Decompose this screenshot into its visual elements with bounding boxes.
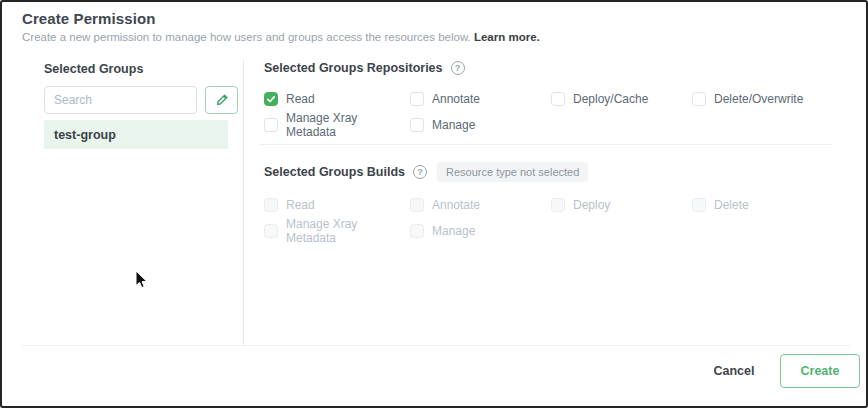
checkbox-icon xyxy=(264,198,278,212)
learn-more-link[interactable]: Learn more. xyxy=(474,31,540,43)
repositories-section-title: Selected Groups Repositories xyxy=(264,61,443,75)
permission-label: Manage xyxy=(432,118,475,132)
pencil-icon xyxy=(215,93,229,107)
selected-groups-list: test-group xyxy=(44,120,228,149)
edit-groups-button[interactable] xyxy=(205,86,238,114)
permission-option: Annotate xyxy=(410,198,551,212)
builds-section-title: Selected Groups Builds xyxy=(264,165,405,179)
permission-label: Annotate xyxy=(432,198,480,212)
checkbox-icon[interactable] xyxy=(551,92,565,106)
permission-label: Manage xyxy=(432,224,475,238)
checkbox-icon xyxy=(551,198,565,212)
permission-option: Read xyxy=(264,198,410,212)
checkbox-icon xyxy=(264,224,278,238)
permission-label: Manage Xray Metadata xyxy=(286,111,410,139)
repositories-permissions-grid: ReadAnnotateDeploy/CacheDelete/Overwrite… xyxy=(264,86,842,138)
page-title: Create Permission xyxy=(22,10,155,27)
group-search-input[interactable] xyxy=(44,86,197,114)
permission-option: Delete xyxy=(692,198,842,212)
permission-label: Read xyxy=(286,92,315,106)
permission-label: Deploy xyxy=(573,198,610,212)
checkbox-icon xyxy=(410,198,424,212)
permission-label: Read xyxy=(286,198,315,212)
mouse-cursor xyxy=(135,270,149,290)
checkbox-icon[interactable] xyxy=(692,92,706,106)
permission-option[interactable]: Delete/Overwrite xyxy=(692,92,842,106)
permission-label: Deploy/Cache xyxy=(573,92,648,106)
footer-divider xyxy=(22,345,850,346)
section-divider xyxy=(260,144,832,145)
subtitle-text: Create a new permission to manage how us… xyxy=(22,31,471,43)
checkbox-icon[interactable] xyxy=(264,118,278,132)
permission-option[interactable]: Manage xyxy=(410,118,551,132)
checkbox-icon[interactable] xyxy=(410,92,424,106)
builds-permissions-grid: ReadAnnotateDeployDeleteManage Xray Meta… xyxy=(264,192,842,244)
permission-option[interactable]: Annotate xyxy=(410,92,551,106)
checkbox-icon xyxy=(692,198,706,212)
permission-label: Annotate xyxy=(432,92,480,106)
permission-option: Manage xyxy=(410,224,551,238)
group-list-item[interactable]: test-group xyxy=(44,120,228,149)
cancel-button[interactable]: Cancel xyxy=(702,358,766,384)
create-button[interactable]: Create xyxy=(780,354,860,388)
permission-option: Deploy xyxy=(551,198,692,212)
page-subtitle: Create a new permission to manage how us… xyxy=(22,31,540,43)
checkbox-icon xyxy=(410,224,424,238)
checkbox-icon[interactable] xyxy=(410,118,424,132)
permission-option[interactable]: Manage Xray Metadata xyxy=(264,111,410,139)
builds-help-icon[interactable]: ? xyxy=(413,165,427,179)
repositories-section-header: Selected Groups Repositories ? xyxy=(264,61,465,75)
permission-label: Delete/Overwrite xyxy=(714,92,803,106)
builds-section-header: Selected Groups Builds ? Resource type n… xyxy=(264,162,588,182)
permission-option[interactable]: Read xyxy=(264,92,410,106)
permission-option[interactable]: Deploy/Cache xyxy=(551,92,692,106)
create-permission-dialog: Create Permission Create a new permissio… xyxy=(0,0,868,408)
checkbox-checked-icon[interactable] xyxy=(264,92,278,106)
repositories-help-icon[interactable]: ? xyxy=(451,61,465,75)
permission-label: Manage Xray Metadata xyxy=(286,217,410,245)
permission-option: Manage Xray Metadata xyxy=(264,217,410,245)
selected-groups-title: Selected Groups xyxy=(44,62,143,76)
panel-divider xyxy=(243,60,244,345)
builds-status-badge: Resource type not selected xyxy=(437,162,588,182)
permission-label: Delete xyxy=(714,198,749,212)
